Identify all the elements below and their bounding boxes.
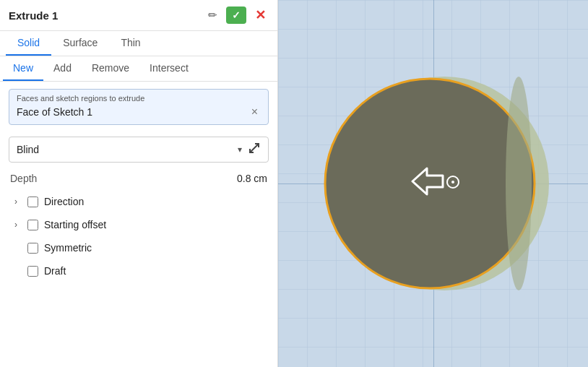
- depth-label: Depth: [10, 173, 237, 184]
- direction-checkbox[interactable]: [27, 197, 38, 207]
- tab-solid[interactable]: Solid: [6, 31, 51, 56]
- tab-new[interactable]: New: [3, 56, 43, 81]
- faces-value-row: Face of Sketch 1 ×: [9, 104, 268, 124]
- direction-label: Direction: [44, 196, 84, 207]
- starting-offset-label: Starting offset: [44, 219, 106, 230]
- faces-clear-button[interactable]: ×: [248, 105, 261, 118]
- cancel-button[interactable]: ✕: [252, 6, 269, 25]
- edit-title-button[interactable]: ✏: [205, 7, 220, 23]
- arrow-left-icon: [411, 167, 444, 200]
- svg-marker-5: [412, 168, 443, 194]
- properties-panel: Extrude 1 ✏ ✓ ✕ Solid Surface Thin New A…: [0, 0, 278, 367]
- faces-value: Face of Sketch 1: [17, 106, 248, 118]
- target-dot-icon: [446, 175, 460, 192]
- op-tabs: New Add Remove Intersect: [0, 56, 277, 82]
- draft-row: Draft: [9, 261, 269, 281]
- tab-remove[interactable]: Remove: [82, 56, 139, 81]
- draft-label: Draft: [44, 265, 66, 277]
- flip-direction-button[interactable]: [248, 142, 261, 157]
- symmetric-checkbox[interactable]: [27, 243, 38, 254]
- confirm-button[interactable]: ✓: [226, 7, 246, 24]
- blind-row[interactable]: Blind ▾: [9, 137, 269, 163]
- flip-icon: [248, 142, 261, 155]
- faces-label: Faces and sketch regions to extrude: [9, 90, 268, 104]
- starting-offset-row: › Starting offset: [9, 215, 269, 235]
- direction-chevron[interactable]: ›: [10, 197, 22, 207]
- viewport: [278, 0, 588, 367]
- depth-row: Depth 0.8 cm: [9, 170, 269, 187]
- starting-offset-checkbox[interactable]: [27, 220, 38, 230]
- draft-checkbox[interactable]: [27, 266, 38, 277]
- symmetric-label: Symmetric: [44, 242, 92, 254]
- svg-line-0: [250, 144, 259, 152]
- type-tabs: Solid Surface Thin: [0, 31, 277, 56]
- dropdown-arrow-icon: ▾: [238, 144, 242, 155]
- tab-surface[interactable]: Surface: [51, 31, 109, 56]
- depth-value[interactable]: 0.8 cm: [237, 173, 267, 184]
- tab-thin[interactable]: Thin: [109, 31, 152, 56]
- symmetric-row: Symmetric: [9, 238, 269, 258]
- svg-point-4: [506, 77, 532, 290]
- faces-section: Faces and sketch regions to extrude Face…: [9, 89, 269, 125]
- starting-offset-chevron[interactable]: ›: [10, 220, 22, 230]
- svg-point-7: [451, 181, 454, 184]
- tab-intersect[interactable]: Intersect: [139, 56, 199, 81]
- panel-title: Extrude 1: [9, 9, 199, 22]
- direction-row: › Direction: [9, 191, 269, 212]
- blind-label: Blind: [17, 144, 238, 155]
- tab-add[interactable]: Add: [43, 56, 82, 81]
- title-bar: Extrude 1 ✏ ✓ ✕: [0, 0, 277, 31]
